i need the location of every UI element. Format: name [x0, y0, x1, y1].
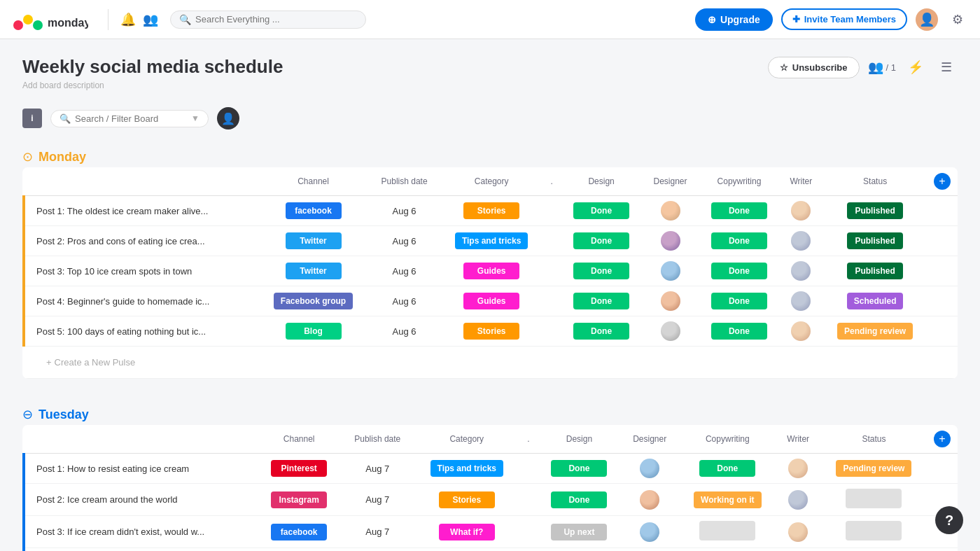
info-button[interactable]: i [22, 109, 42, 128]
row-category[interactable]: Quizz [415, 548, 518, 552]
row-title[interactable]: Post 3: If ice cream didn't exist, would… [24, 516, 258, 548]
row-channel[interactable]: facebook [259, 196, 367, 226]
row-designer[interactable] [641, 286, 700, 316]
row-category[interactable]: What if? [415, 516, 518, 548]
row-design[interactable]: Up next [539, 548, 620, 552]
row-designer[interactable] [620, 484, 680, 516]
activity-icon[interactable]: ⚡ [904, 56, 927, 78]
row-copywriting[interactable] [680, 516, 776, 548]
row-design[interactable]: Done [562, 196, 641, 226]
row-channel[interactable]: Facebook group [259, 286, 367, 316]
row-writer[interactable] [779, 286, 824, 316]
row-writer[interactable] [776, 454, 821, 484]
add-pulse-button[interactable]: + Create a New Pulse [35, 351, 952, 373]
row-status[interactable] [821, 516, 927, 548]
row-status[interactable]: Published [823, 226, 927, 256]
row-channel[interactable]: Pinterest [258, 454, 340, 484]
board-description[interactable]: Add board description [22, 81, 768, 90]
row-title[interactable]: Post 3: Top 10 ice cream spots in town [24, 256, 259, 286]
settings-icon[interactable]: ⚙ [946, 8, 969, 31]
row-writer[interactable] [776, 484, 821, 516]
filter-input[interactable] [75, 113, 187, 124]
row-design[interactable]: Done [562, 286, 641, 316]
row-copywriting[interactable]: Done [699, 316, 778, 347]
search-input[interactable] [195, 14, 357, 25]
notifications-icon[interactable]: 🔔 [117, 8, 139, 31]
row-writer[interactable] [776, 516, 821, 548]
row-status[interactable]: Pending review [821, 454, 927, 484]
menu-icon[interactable]: ☰ [935, 56, 958, 78]
row-copywriting[interactable]: Done [699, 226, 778, 256]
row-designer[interactable] [641, 196, 700, 226]
row-channel[interactable]: Instagram [258, 484, 340, 516]
row-design[interactable]: Done [539, 454, 620, 484]
group-collapse-icon[interactable]: ⊙ [22, 149, 33, 165]
status-tag: Pending review [836, 460, 911, 477]
row-designer[interactable] [641, 256, 700, 286]
invite-button[interactable]: ✚ Invite Team Members [781, 8, 907, 30]
row-status[interactable]: Scheduled [823, 286, 927, 316]
row-copywriting[interactable]: Done [699, 286, 778, 316]
row-designer[interactable] [641, 316, 700, 347]
row-design[interactable]: Done [562, 226, 641, 256]
row-category[interactable]: Tips and tricks [442, 226, 542, 256]
row-writer[interactable] [776, 548, 821, 552]
row-design[interactable]: Done [539, 484, 620, 516]
row-category[interactable]: Stories [415, 484, 518, 516]
row-category[interactable]: Stories [442, 316, 542, 347]
upgrade-button[interactable]: ⊕ Upgrade [695, 8, 773, 31]
row-copywriting[interactable]: Done [699, 196, 778, 226]
row-category[interactable]: Guides [442, 286, 542, 316]
row-designer[interactable] [620, 454, 680, 484]
help-button[interactable]: ? [935, 506, 963, 534]
row-channel[interactable]: Twitter [259, 226, 367, 256]
row-title[interactable]: Post 2: Ice cream around the world [24, 484, 258, 516]
row-status[interactable] [821, 548, 927, 552]
search-bar[interactable]: 🔍 [170, 11, 366, 29]
row-title[interactable]: Post 4: Beginner's guide to homemade ic.… [24, 286, 259, 316]
row-channel[interactable]: Blog [259, 316, 367, 347]
row-category[interactable]: Tips and tricks [415, 454, 518, 484]
add-column-button[interactable]: + [934, 173, 951, 190]
row-writer[interactable] [779, 196, 824, 226]
row-writer[interactable] [779, 256, 824, 286]
row-channel[interactable]: Twitter [259, 256, 367, 286]
row-status[interactable]: Published [823, 256, 927, 286]
filter-bar[interactable]: 🔍 ▼ [50, 110, 209, 127]
row-date: Aug 6 [368, 316, 442, 347]
add-column-button[interactable]: + [934, 431, 951, 447]
row-title[interactable]: Post 1: The oldest ice cream maker alive… [24, 196, 259, 226]
row-title[interactable]: Post 4: What type of ice cream are you? [24, 548, 258, 552]
row-writer[interactable] [779, 316, 824, 347]
group-collapse-icon[interactable]: ⊖ [22, 407, 33, 422]
people-icon[interactable]: 👥 [139, 8, 162, 31]
row-copywriting[interactable]: Done [699, 256, 778, 286]
col-header-7: Writer [776, 425, 821, 454]
row-design[interactable]: Done [562, 256, 641, 286]
person-filter-button[interactable]: 👤 [217, 107, 239, 130]
row-status[interactable]: Pending review [823, 316, 927, 347]
row-design[interactable]: Up next [539, 516, 620, 548]
row-writer[interactable] [779, 226, 824, 256]
row-status[interactable] [821, 484, 927, 516]
row-title[interactable]: Post 1: How to resist eating ice cream [24, 454, 258, 484]
row-copywriting[interactable]: Done [680, 454, 776, 484]
board-title: Weekly social media schedule [22, 56, 768, 78]
row-title[interactable]: Post 5: 100 days of eating nothing but i… [24, 316, 259, 347]
user-avatar[interactable]: 👤 [916, 8, 938, 31]
row-designer[interactable] [620, 516, 680, 548]
row-designer[interactable] [641, 226, 700, 256]
row-copywriting[interactable] [680, 548, 776, 552]
unsubscribe-button[interactable]: ☆ Unsubscribe [768, 57, 860, 78]
filter-arrow-icon[interactable]: ▼ [191, 113, 200, 123]
row-status[interactable]: Published [823, 196, 927, 226]
row-design[interactable]: Done [562, 316, 641, 347]
logo[interactable]: monday [11, 7, 88, 32]
row-copywriting[interactable]: Working on it [680, 484, 776, 516]
row-title[interactable]: Post 2: Pros and cons of eating ice crea… [24, 226, 259, 256]
row-designer[interactable] [620, 548, 680, 552]
row-category[interactable]: Stories [442, 196, 542, 226]
row-category[interactable]: Guides [442, 256, 542, 286]
row-channel[interactable]: Twitter [258, 548, 340, 552]
row-channel[interactable]: facebook [258, 516, 340, 548]
